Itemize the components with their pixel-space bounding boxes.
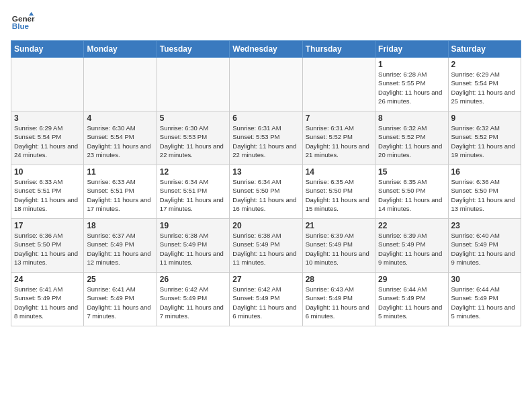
day-number: 10 (14, 167, 81, 177)
day-number: 8 (378, 113, 445, 123)
calendar-cell: 11Sunrise: 6:33 AM Sunset: 5:51 PM Dayli… (84, 165, 157, 219)
calendar-cell: 12Sunrise: 6:34 AM Sunset: 5:51 PM Dayli… (157, 165, 229, 219)
calendar-header: SundayMondayTuesdayWednesdayThursdayFrid… (11, 41, 521, 58)
day-number: 22 (378, 221, 445, 230)
calendar-cell: 30Sunrise: 6:44 AM Sunset: 5:49 PM Dayli… (448, 273, 521, 326)
calendar-cell: 21Sunrise: 6:39 AM Sunset: 5:49 PM Dayli… (302, 219, 375, 273)
day-number: 2 (451, 60, 518, 69)
calendar-cell: 9Sunrise: 6:32 AM Sunset: 5:52 PM Daylig… (448, 111, 521, 165)
day-number: 20 (232, 221, 299, 230)
day-info: Sunrise: 6:28 AM Sunset: 5:55 PM Dayligh… (378, 70, 445, 105)
calendar-cell: 8Sunrise: 6:32 AM Sunset: 5:52 PM Daylig… (375, 111, 448, 165)
day-info: Sunrise: 6:34 AM Sunset: 5:51 PM Dayligh… (160, 177, 226, 213)
day-info: Sunrise: 6:34 AM Sunset: 5:50 PM Dayligh… (232, 177, 299, 213)
day-number: 15 (378, 167, 445, 177)
weekday-header: Saturday (448, 41, 521, 58)
calendar-cell (157, 58, 229, 111)
day-info: Sunrise: 6:29 AM Sunset: 5:54 PM Dayligh… (14, 124, 81, 159)
calendar-cell: 2Sunrise: 6:29 AM Sunset: 5:54 PM Daylig… (448, 58, 521, 111)
calendar-week: 3Sunrise: 6:29 AM Sunset: 5:54 PM Daylig… (11, 111, 521, 165)
day-number: 14 (306, 167, 372, 177)
day-info: Sunrise: 6:30 AM Sunset: 5:53 PM Dayligh… (160, 124, 226, 159)
day-info: Sunrise: 6:44 AM Sunset: 5:49 PM Dayligh… (451, 285, 518, 320)
day-info: Sunrise: 6:43 AM Sunset: 5:49 PM Dayligh… (306, 285, 372, 320)
calendar-cell (11, 58, 84, 111)
weekday-header: Tuesday (157, 41, 229, 58)
calendar-cell: 18Sunrise: 6:37 AM Sunset: 5:49 PM Dayli… (84, 219, 157, 273)
day-number: 13 (232, 167, 299, 177)
day-number: 18 (87, 221, 153, 230)
weekday-header: Wednesday (230, 41, 302, 58)
calendar-cell: 27Sunrise: 6:42 AM Sunset: 5:49 PM Dayli… (230, 273, 302, 326)
calendar-week: 17Sunrise: 6:36 AM Sunset: 5:50 PM Dayli… (11, 219, 521, 273)
day-number: 12 (160, 167, 226, 177)
calendar-cell: 22Sunrise: 6:39 AM Sunset: 5:49 PM Dayli… (375, 219, 448, 273)
calendar-week: 10Sunrise: 6:33 AM Sunset: 5:51 PM Dayli… (11, 165, 521, 219)
calendar-cell: 16Sunrise: 6:36 AM Sunset: 5:50 PM Dayli… (448, 165, 521, 219)
calendar-week: 24Sunrise: 6:41 AM Sunset: 5:49 PM Dayli… (11, 273, 521, 326)
day-info: Sunrise: 6:39 AM Sunset: 5:49 PM Dayligh… (378, 231, 445, 267)
day-number: 27 (232, 275, 299, 284)
day-info: Sunrise: 6:33 AM Sunset: 5:51 PM Dayligh… (87, 177, 153, 213)
calendar-cell: 3Sunrise: 6:29 AM Sunset: 5:54 PM Daylig… (11, 111, 84, 165)
day-info: Sunrise: 6:38 AM Sunset: 5:49 PM Dayligh… (160, 231, 226, 267)
calendar-cell: 1Sunrise: 6:28 AM Sunset: 5:55 PM Daylig… (375, 58, 448, 111)
svg-text:Blue: Blue (12, 21, 30, 30)
calendar-cell: 20Sunrise: 6:38 AM Sunset: 5:49 PM Dayli… (230, 219, 302, 273)
page-header: General Blue (11, 11, 521, 35)
day-number: 19 (160, 221, 226, 230)
day-info: Sunrise: 6:39 AM Sunset: 5:49 PM Dayligh… (306, 231, 372, 267)
calendar-cell: 10Sunrise: 6:33 AM Sunset: 5:51 PM Dayli… (11, 165, 84, 219)
calendar-cell: 17Sunrise: 6:36 AM Sunset: 5:50 PM Dayli… (11, 219, 84, 273)
day-number: 17 (14, 221, 81, 230)
day-number: 25 (87, 275, 153, 284)
logo: General Blue (11, 11, 35, 35)
day-info: Sunrise: 6:30 AM Sunset: 5:54 PM Dayligh… (87, 124, 153, 159)
day-info: Sunrise: 6:31 AM Sunset: 5:53 PM Dayligh… (232, 124, 299, 159)
day-info: Sunrise: 6:40 AM Sunset: 5:49 PM Dayligh… (451, 231, 518, 267)
day-number: 23 (451, 221, 518, 230)
day-number: 3 (14, 113, 81, 123)
calendar-cell: 15Sunrise: 6:35 AM Sunset: 5:50 PM Dayli… (375, 165, 448, 219)
calendar-cell: 28Sunrise: 6:43 AM Sunset: 5:49 PM Dayli… (302, 273, 375, 326)
day-info: Sunrise: 6:32 AM Sunset: 5:52 PM Dayligh… (451, 124, 518, 159)
day-number: 29 (378, 275, 445, 284)
day-info: Sunrise: 6:36 AM Sunset: 5:50 PM Dayligh… (14, 231, 81, 267)
logo-icon: General Blue (11, 11, 35, 35)
day-number: 30 (451, 275, 518, 284)
weekday-header: Friday (375, 41, 448, 58)
calendar-cell: 23Sunrise: 6:40 AM Sunset: 5:49 PM Dayli… (448, 219, 521, 273)
day-number: 7 (306, 113, 372, 123)
calendar-cell: 26Sunrise: 6:42 AM Sunset: 5:49 PM Dayli… (157, 273, 229, 326)
calendar-cell (84, 58, 157, 111)
day-number: 11 (87, 167, 153, 177)
weekday-header: Thursday (302, 41, 375, 58)
calendar-body: 1Sunrise: 6:28 AM Sunset: 5:55 PM Daylig… (11, 58, 521, 326)
day-info: Sunrise: 6:44 AM Sunset: 5:49 PM Dayligh… (378, 285, 445, 320)
day-number: 9 (451, 113, 518, 123)
calendar-cell: 14Sunrise: 6:35 AM Sunset: 5:50 PM Dayli… (302, 165, 375, 219)
calendar-cell: 5Sunrise: 6:30 AM Sunset: 5:53 PM Daylig… (157, 111, 229, 165)
day-info: Sunrise: 6:41 AM Sunset: 5:49 PM Dayligh… (87, 285, 153, 320)
calendar-cell: 7Sunrise: 6:31 AM Sunset: 5:52 PM Daylig… (302, 111, 375, 165)
day-number: 21 (306, 221, 372, 230)
calendar-cell: 25Sunrise: 6:41 AM Sunset: 5:49 PM Dayli… (84, 273, 157, 326)
day-info: Sunrise: 6:31 AM Sunset: 5:52 PM Dayligh… (306, 124, 372, 159)
calendar-cell: 4Sunrise: 6:30 AM Sunset: 5:54 PM Daylig… (84, 111, 157, 165)
day-number: 26 (160, 275, 226, 284)
calendar-cell: 29Sunrise: 6:44 AM Sunset: 5:49 PM Dayli… (375, 273, 448, 326)
calendar-cell: 19Sunrise: 6:38 AM Sunset: 5:49 PM Dayli… (157, 219, 229, 273)
calendar-cell: 24Sunrise: 6:41 AM Sunset: 5:49 PM Dayli… (11, 273, 84, 326)
calendar-cell (230, 58, 302, 111)
day-info: Sunrise: 6:42 AM Sunset: 5:49 PM Dayligh… (160, 285, 226, 320)
day-info: Sunrise: 6:35 AM Sunset: 5:50 PM Dayligh… (306, 177, 372, 213)
day-number: 1 (378, 60, 445, 69)
calendar-cell (302, 58, 375, 111)
day-info: Sunrise: 6:37 AM Sunset: 5:49 PM Dayligh… (87, 231, 153, 267)
day-number: 4 (87, 113, 153, 123)
day-info: Sunrise: 6:41 AM Sunset: 5:49 PM Dayligh… (14, 285, 81, 320)
day-info: Sunrise: 6:32 AM Sunset: 5:52 PM Dayligh… (378, 124, 445, 159)
day-info: Sunrise: 6:42 AM Sunset: 5:49 PM Dayligh… (232, 285, 299, 320)
day-number: 5 (160, 113, 226, 123)
day-number: 28 (306, 275, 372, 284)
